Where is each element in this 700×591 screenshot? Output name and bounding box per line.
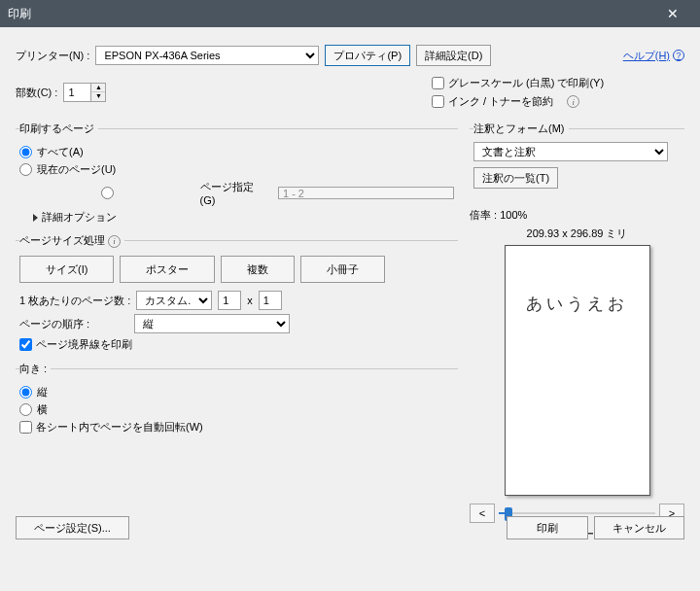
page-order-label: ページの順序 : (19, 317, 128, 331)
preview-area: 倍率 : 100% 209.93 x 296.89 ミリ あいうえお < > 1… (470, 208, 684, 541)
detail-options-toggle[interactable]: 詳細オプション (33, 210, 454, 225)
properties-button[interactable]: プロパティ(P) (325, 45, 410, 66)
annotations-select[interactable]: 文書と注釈 (473, 142, 668, 161)
range-pages-radio[interactable]: ページ指定(G) (19, 180, 454, 206)
page-range-input[interactable] (278, 187, 454, 199)
printer-select[interactable]: EPSON PX-436A Series (95, 46, 319, 65)
help-icon: ? (673, 50, 684, 61)
page-dimensions: 209.93 x 296.89 ミリ (470, 226, 684, 241)
print-button[interactable]: 印刷 (507, 516, 588, 539)
page-size-group: ページサイズ処理 i サイズ(I) ポスター 複数 小冊子 1 枚あたりのページ… (16, 240, 458, 363)
titlebar: 印刷 ✕ (0, 0, 700, 27)
range-current-radio[interactable]: 現在のページ(U) (19, 162, 454, 177)
orientation-group: 向き : 縦 横 各シート内でページを自動回転(W) (16, 368, 458, 445)
spin-up-icon[interactable]: ▲ (91, 84, 105, 92)
spin-down-icon[interactable]: ▼ (91, 92, 105, 101)
page-range-group: 印刷するページ すべて(A) 現在のページ(U) ページ指定(G) 詳細オプショ… (16, 128, 458, 234)
window-title: 印刷 (8, 6, 31, 22)
info-icon[interactable]: i (567, 95, 579, 108)
copies-label: 部数(C) : (16, 86, 57, 100)
page-range-title: 印刷するページ (19, 122, 98, 136)
booklet-button[interactable]: 小冊子 (300, 256, 385, 283)
scale-value: 100% (500, 209, 527, 221)
copies-input[interactable] (63, 83, 90, 102)
page-setup-button[interactable]: ページ設定(S)... (16, 516, 129, 539)
print-border-checkbox[interactable]: ページ境界線を印刷 (19, 337, 132, 352)
multiple-button[interactable]: 複数 (221, 256, 295, 283)
help-link[interactable]: ヘルプ(H)? (623, 49, 684, 63)
orient-portrait-radio[interactable]: 縦 (19, 385, 454, 400)
page-preview: あいうえお (505, 245, 650, 496)
page-size-title: ページサイズ処理 i (19, 233, 124, 248)
advanced-button[interactable]: 詳細設定(D) (416, 45, 491, 66)
annotations-group: 注釈とフォーム(M) 文書と注釈 注釈の一覧(T) (470, 128, 684, 198)
page-order-select[interactable]: 縦 (134, 314, 290, 333)
triangle-right-icon (33, 214, 38, 222)
cancel-button[interactable]: キャンセル (594, 516, 684, 539)
scale-label: 倍率 : (470, 209, 497, 221)
savetoner-checkbox[interactable]: インク / トナーを節約 i (432, 94, 684, 109)
close-icon[interactable]: ✕ (653, 0, 692, 27)
pages-per-sheet-select[interactable]: カスタム... (136, 291, 212, 310)
annotations-list-button[interactable]: 注釈の一覧(T) (473, 167, 558, 189)
copies-spinner[interactable]: ▲▼ (63, 83, 106, 102)
poster-button[interactable]: ポスター (120, 256, 215, 283)
size-button[interactable]: サイズ(I) (19, 256, 114, 283)
autorotate-checkbox[interactable]: 各シート内でページを自動回転(W) (19, 420, 203, 435)
preview-sample-text: あいうえお (506, 293, 649, 315)
slider-track (499, 512, 655, 514)
annotations-title: 注釈とフォーム(M) (473, 122, 569, 136)
grayscale-checkbox[interactable]: グレースケール (白黒) で印刷(Y) (432, 76, 684, 90)
orientation-title: 向き : (19, 362, 51, 376)
pages-per-sheet-label: 1 枚あたりのページ数 : (19, 294, 130, 308)
orient-landscape-radio[interactable]: 横 (19, 402, 454, 417)
printer-label: プリンター(N) : (16, 49, 89, 63)
ppsheet-cols-input[interactable] (218, 291, 241, 310)
ppsheet-rows-input[interactable] (259, 291, 282, 310)
range-all-radio[interactable]: すべて(A) (19, 145, 454, 159)
info-icon[interactable]: i (108, 235, 121, 248)
